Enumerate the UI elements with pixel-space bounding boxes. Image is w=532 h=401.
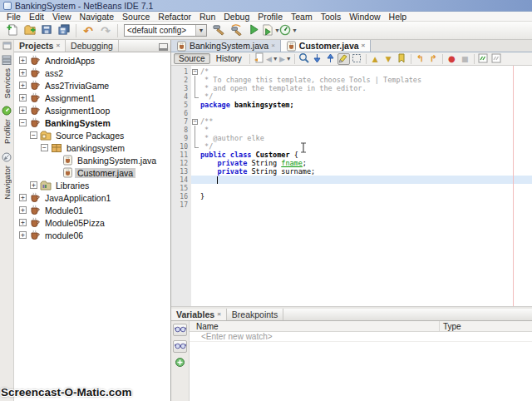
menu-help[interactable]: Help bbox=[385, 12, 411, 22]
undo-button[interactable]: ↶ bbox=[80, 22, 96, 38]
menu-team[interactable]: Team bbox=[287, 12, 317, 22]
expander-icon[interactable]: + bbox=[19, 69, 27, 77]
stop-macro-button[interactable]: ■ bbox=[459, 53, 471, 65]
tree-item-assignment1oop[interactable]: +Assignment1oop bbox=[14, 104, 170, 116]
code-line[interactable]: 4 */ bbox=[171, 92, 532, 101]
fold-gutter[interactable]: − bbox=[191, 67, 200, 76]
shift-right-button[interactable]: ↱ bbox=[427, 53, 440, 65]
record-macro-button[interactable]: ● bbox=[446, 53, 458, 65]
new-project-button[interactable] bbox=[21, 22, 37, 38]
tree-item-bankingsystem[interactable]: −BankingSystem bbox=[14, 116, 170, 129]
find-previous-button[interactable] bbox=[311, 53, 323, 65]
new-watch-row[interactable]: <Enter new watch> bbox=[190, 332, 532, 342]
tree-item-javaapplication1[interactable]: +JavaApplication1 bbox=[14, 191, 170, 204]
shift-left-button[interactable]: ↰ bbox=[414, 53, 426, 65]
new-watch-button[interactable] bbox=[173, 357, 187, 369]
tree-item-module06[interactable]: +module06 bbox=[14, 229, 170, 241]
code-line[interactable]: 12 private String fname; bbox=[171, 159, 532, 167]
find-next-button[interactable] bbox=[324, 53, 337, 65]
minimize-window-icon[interactable] bbox=[159, 43, 168, 51]
tree-item-androidapps[interactable]: +AndroidApps bbox=[14, 54, 170, 67]
next-bookmark-button[interactable]: ▼ bbox=[382, 53, 395, 65]
menu-edit[interactable]: Edit bbox=[25, 12, 48, 22]
save-all-button[interactable] bbox=[56, 22, 72, 38]
expander-icon[interactable]: + bbox=[19, 231, 27, 239]
menu-file[interactable]: File bbox=[2, 12, 25, 22]
redo-button[interactable]: ↷ bbox=[97, 22, 114, 38]
profile-dropdown-icon[interactable]: ▼ bbox=[292, 27, 298, 33]
fold-collapse-icon[interactable]: − bbox=[192, 119, 198, 125]
menu-window[interactable]: Window bbox=[345, 12, 384, 22]
tree-item-module01[interactable]: +Module01 bbox=[14, 204, 170, 216]
tree-item-libraries[interactable]: +Libraries bbox=[14, 179, 170, 191]
menu-profile[interactable]: Profile bbox=[254, 12, 287, 22]
column-header-type[interactable]: Type bbox=[440, 322, 532, 331]
code-line[interactable]: 13 private String surname; bbox=[171, 167, 532, 176]
menu-refactor[interactable]: Refactor bbox=[154, 12, 195, 22]
code-line[interactable]: 10 */ bbox=[171, 142, 532, 151]
titlebar[interactable]: BankingSystem - NetBeans IDE 7.1 bbox=[0, 0, 532, 12]
editor-tab-bankingsystem-java[interactable]: BankingSystem.java× bbox=[171, 40, 281, 52]
fold-collapse-icon[interactable]: − bbox=[192, 69, 198, 75]
tab-variables[interactable]: Variables× bbox=[171, 309, 227, 320]
forward-button[interactable]: ▶▼ bbox=[279, 53, 292, 65]
expander-icon[interactable]: − bbox=[41, 144, 48, 151]
expander-icon[interactable]: − bbox=[30, 131, 37, 139]
tab-breakpoints[interactable]: Breakpoints bbox=[227, 309, 283, 320]
code-line[interactable]: 2 * To change this template, choose Tool… bbox=[171, 76, 532, 84]
tab-projects[interactable]: Projects× bbox=[14, 40, 66, 52]
comment-button[interactable] bbox=[477, 53, 490, 65]
expander-icon[interactable]: + bbox=[30, 181, 37, 189]
show-evaluation-result-button[interactable] bbox=[173, 340, 187, 353]
tree-item-customer-java[interactable]: Customer.java bbox=[14, 166, 170, 179]
code-line[interactable]: 7−/** bbox=[171, 117, 532, 126]
find-button[interactable] bbox=[298, 53, 310, 65]
tree-item-ass2[interactable]: +ass2 bbox=[14, 67, 170, 79]
expander-icon[interactable]: − bbox=[19, 119, 27, 126]
toggle-bookmark-button[interactable] bbox=[396, 53, 408, 65]
history-view-button[interactable]: History bbox=[211, 53, 247, 64]
menu-run[interactable]: Run bbox=[195, 12, 219, 22]
expander-icon[interactable]: + bbox=[19, 206, 27, 214]
close-tab-icon[interactable]: × bbox=[271, 42, 275, 49]
new-file-button[interactable] bbox=[3, 22, 20, 38]
code-line[interactable]: 15 bbox=[171, 184, 532, 192]
menu-tools[interactable]: Tools bbox=[317, 12, 346, 22]
menu-navigate[interactable]: Navigate bbox=[76, 12, 118, 22]
expander-icon[interactable]: + bbox=[19, 94, 27, 101]
dock-tab-services[interactable]: Services bbox=[1, 52, 12, 101]
last-edit-position-button[interactable] bbox=[253, 53, 265, 65]
uncomment-button[interactable] bbox=[490, 53, 503, 65]
code-line[interactable]: 3 * and open the template in the editor. bbox=[171, 84, 532, 92]
dock-tab-navigator[interactable]: Navigator bbox=[1, 150, 12, 202]
show-watches-button[interactable] bbox=[173, 324, 187, 336]
code-line[interactable]: 1−/* bbox=[171, 67, 532, 76]
code-line[interactable]: 6 bbox=[171, 109, 532, 117]
back-button[interactable]: ◀▼ bbox=[266, 53, 278, 65]
combobox-dropdown-button[interactable]: ▼ bbox=[195, 25, 206, 36]
code-editor[interactable]: 1−/*2 * To change this template, choose … bbox=[171, 66, 532, 306]
toggle-highlight-button[interactable] bbox=[337, 53, 350, 65]
code-line[interactable]: 9 * @author elke bbox=[171, 134, 532, 142]
code-line[interactable]: 11public class Customer { bbox=[171, 151, 532, 159]
editor-tab-customer-java[interactable]: Customer.java× bbox=[281, 40, 371, 52]
code-line[interactable]: 5package bankingsystem; bbox=[171, 101, 532, 109]
close-tab-icon[interactable]: × bbox=[56, 42, 60, 49]
expander-icon[interactable]: + bbox=[19, 57, 27, 64]
tree-item-module05pizza[interactable]: +Module05Pizza bbox=[14, 216, 170, 229]
profile-project-button[interactable]: ▼ bbox=[280, 22, 297, 38]
code-line[interactable]: 16} bbox=[171, 192, 532, 200]
close-tab-icon[interactable]: × bbox=[217, 311, 221, 318]
debug-project-button[interactable]: ▼ bbox=[263, 22, 279, 38]
tree-item-ass2triviagame[interactable]: +Ass2TriviaGame bbox=[14, 79, 170, 92]
tab-debugging[interactable]: Debugging bbox=[66, 40, 119, 52]
menu-debug[interactable]: Debug bbox=[219, 12, 254, 22]
code-line[interactable]: 17 bbox=[171, 200, 532, 209]
expander-icon[interactable]: + bbox=[19, 219, 27, 226]
tree-item-assignment1[interactable]: +Assignment1 bbox=[14, 92, 170, 104]
code-line[interactable]: 14 bbox=[171, 176, 532, 184]
run-project-button[interactable] bbox=[245, 22, 262, 38]
dock-tab-profiler[interactable]: Profiler bbox=[1, 103, 12, 146]
expander-icon[interactable]: + bbox=[19, 82, 27, 89]
tree-item-source-packages[interactable]: −Source Packages bbox=[14, 129, 170, 141]
